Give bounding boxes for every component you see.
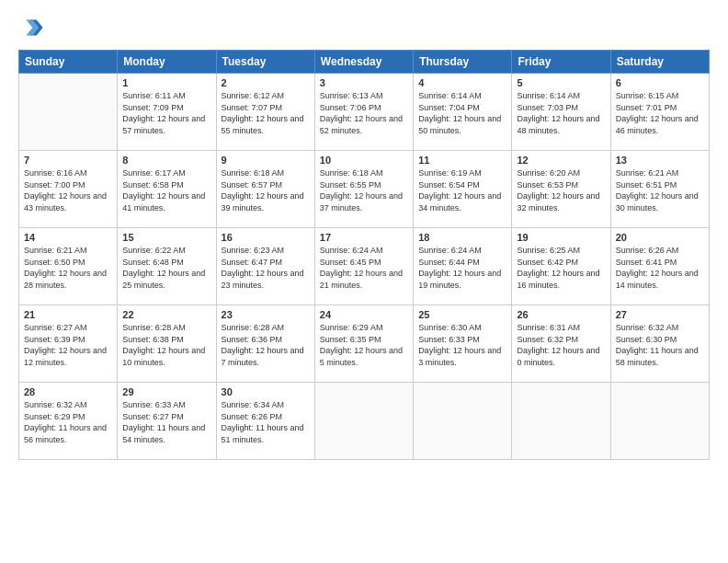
day-number: 7 <box>24 155 112 166</box>
cell-info: Sunrise: 6:21 AMSunset: 6:51 PMDaylight:… <box>616 167 704 213</box>
calendar-cell: 25Sunrise: 6:30 AMSunset: 6:33 PMDayligh… <box>414 305 512 383</box>
day-number: 5 <box>517 77 605 88</box>
day-number: 14 <box>24 232 112 243</box>
day-number: 6 <box>616 77 704 88</box>
calendar-week-row: 14Sunrise: 6:21 AMSunset: 6:50 PMDayligh… <box>19 228 710 305</box>
calendar-cell: 10Sunrise: 6:18 AMSunset: 6:55 PMDayligh… <box>314 151 413 228</box>
cell-info: Sunrise: 6:27 AMSunset: 6:39 PMDaylight:… <box>24 322 112 368</box>
cell-info: Sunrise: 6:18 AMSunset: 6:57 PMDaylight:… <box>222 167 310 213</box>
weekday-header: Monday <box>118 51 216 74</box>
cell-info: Sunrise: 6:14 AMSunset: 7:03 PMDaylight:… <box>517 90 605 136</box>
cell-info: Sunrise: 6:31 AMSunset: 6:32 PMDaylight:… <box>517 322 605 368</box>
cell-info: Sunrise: 6:21 AMSunset: 6:50 PMDaylight:… <box>24 245 112 291</box>
cell-info: Sunrise: 6:17 AMSunset: 6:58 PMDaylight:… <box>122 167 210 213</box>
day-number: 2 <box>222 77 310 88</box>
calendar-week-row: 7Sunrise: 6:16 AMSunset: 7:00 PMDaylight… <box>19 151 710 228</box>
calendar-header-row: SundayMondayTuesdayWednesdayThursdayFrid… <box>19 51 710 74</box>
calendar-cell: 16Sunrise: 6:23 AMSunset: 6:47 PMDayligh… <box>216 228 314 305</box>
weekday-header: Thursday <box>414 51 512 74</box>
calendar-cell: 8Sunrise: 6:17 AMSunset: 6:58 PMDaylight… <box>118 151 216 228</box>
day-number: 9 <box>222 155 310 166</box>
calendar-cell: 12Sunrise: 6:20 AMSunset: 6:53 PMDayligh… <box>512 151 610 228</box>
day-number: 12 <box>517 155 605 166</box>
calendar-cell <box>610 383 709 460</box>
calendar-cell: 17Sunrise: 6:24 AMSunset: 6:45 PMDayligh… <box>314 228 413 305</box>
cell-info: Sunrise: 6:30 AMSunset: 6:33 PMDaylight:… <box>418 322 506 368</box>
cell-info: Sunrise: 6:14 AMSunset: 7:04 PMDaylight:… <box>418 90 506 136</box>
calendar-cell: 14Sunrise: 6:21 AMSunset: 6:50 PMDayligh… <box>19 228 118 305</box>
calendar-cell: 19Sunrise: 6:25 AMSunset: 6:42 PMDayligh… <box>512 228 610 305</box>
cell-info: Sunrise: 6:19 AMSunset: 6:54 PMDaylight:… <box>418 167 506 213</box>
cell-info: Sunrise: 6:23 AMSunset: 6:47 PMDaylight:… <box>222 245 310 291</box>
day-number: 4 <box>418 77 506 88</box>
calendar-cell: 2Sunrise: 6:12 AMSunset: 7:07 PMDaylight… <box>216 74 314 151</box>
calendar-cell: 24Sunrise: 6:29 AMSunset: 6:35 PMDayligh… <box>314 305 413 383</box>
cell-info: Sunrise: 6:15 AMSunset: 7:01 PMDaylight:… <box>616 90 704 136</box>
calendar-cell: 21Sunrise: 6:27 AMSunset: 6:39 PMDayligh… <box>19 305 118 383</box>
cell-info: Sunrise: 6:11 AMSunset: 7:09 PMDaylight:… <box>122 90 210 136</box>
calendar-week-row: 28Sunrise: 6:32 AMSunset: 6:29 PMDayligh… <box>19 383 710 460</box>
cell-info: Sunrise: 6:34 AMSunset: 6:26 PMDaylight:… <box>222 399 310 445</box>
calendar-cell: 9Sunrise: 6:18 AMSunset: 6:57 PMDaylight… <box>216 151 314 228</box>
cell-info: Sunrise: 6:28 AMSunset: 6:36 PMDaylight:… <box>222 322 310 368</box>
day-number: 1 <box>122 77 210 88</box>
cell-info: Sunrise: 6:18 AMSunset: 6:55 PMDaylight:… <box>320 167 408 213</box>
day-number: 21 <box>24 309 112 320</box>
logo-icon <box>18 15 44 40</box>
day-number: 30 <box>222 386 310 397</box>
calendar-cell: 1Sunrise: 6:11 AMSunset: 7:09 PMDaylight… <box>118 74 216 151</box>
cell-info: Sunrise: 6:25 AMSunset: 6:42 PMDaylight:… <box>517 245 605 291</box>
weekday-header: Sunday <box>19 51 118 74</box>
day-number: 25 <box>418 309 506 320</box>
logo <box>18 15 48 40</box>
weekday-header: Friday <box>512 51 610 74</box>
calendar: SundayMondayTuesdayWednesdayThursdayFrid… <box>18 50 710 460</box>
calendar-cell: 7Sunrise: 6:16 AMSunset: 7:00 PMDaylight… <box>19 151 118 228</box>
cell-info: Sunrise: 6:24 AMSunset: 6:44 PMDaylight:… <box>418 245 506 291</box>
calendar-cell: 29Sunrise: 6:33 AMSunset: 6:27 PMDayligh… <box>118 383 216 460</box>
calendar-cell: 4Sunrise: 6:14 AMSunset: 7:04 PMDaylight… <box>414 74 512 151</box>
cell-info: Sunrise: 6:12 AMSunset: 7:07 PMDaylight:… <box>222 90 310 136</box>
day-number: 16 <box>222 232 310 243</box>
day-number: 29 <box>122 386 210 397</box>
calendar-cell: 11Sunrise: 6:19 AMSunset: 6:54 PMDayligh… <box>414 151 512 228</box>
day-number: 23 <box>222 309 310 320</box>
calendar-cell: 20Sunrise: 6:26 AMSunset: 6:41 PMDayligh… <box>610 228 709 305</box>
cell-info: Sunrise: 6:33 AMSunset: 6:27 PMDaylight:… <box>122 399 210 445</box>
cell-info: Sunrise: 6:22 AMSunset: 6:48 PMDaylight:… <box>122 245 210 291</box>
day-number: 19 <box>517 232 605 243</box>
day-number: 10 <box>320 155 408 166</box>
weekday-header: Wednesday <box>314 51 413 74</box>
calendar-cell: 15Sunrise: 6:22 AMSunset: 6:48 PMDayligh… <box>118 228 216 305</box>
weekday-header: Tuesday <box>216 51 314 74</box>
calendar-cell: 3Sunrise: 6:13 AMSunset: 7:06 PMDaylight… <box>314 74 413 151</box>
calendar-cell <box>314 383 413 460</box>
day-number: 11 <box>418 155 506 166</box>
day-number: 15 <box>122 232 210 243</box>
day-number: 20 <box>616 232 704 243</box>
calendar-week-row: 1Sunrise: 6:11 AMSunset: 7:09 PMDaylight… <box>19 74 710 151</box>
calendar-cell: 6Sunrise: 6:15 AMSunset: 7:01 PMDaylight… <box>610 74 709 151</box>
calendar-cell: 5Sunrise: 6:14 AMSunset: 7:03 PMDaylight… <box>512 74 610 151</box>
page: SundayMondayTuesdayWednesdayThursdayFrid… <box>0 0 728 563</box>
calendar-cell: 28Sunrise: 6:32 AMSunset: 6:29 PMDayligh… <box>19 383 118 460</box>
calendar-cell: 13Sunrise: 6:21 AMSunset: 6:51 PMDayligh… <box>610 151 709 228</box>
cell-info: Sunrise: 6:20 AMSunset: 6:53 PMDaylight:… <box>517 167 605 213</box>
calendar-cell <box>19 74 118 151</box>
calendar-cell <box>414 383 512 460</box>
day-number: 26 <box>517 309 605 320</box>
cell-info: Sunrise: 6:32 AMSunset: 6:30 PMDaylight:… <box>616 322 704 368</box>
cell-info: Sunrise: 6:24 AMSunset: 6:45 PMDaylight:… <box>320 245 408 291</box>
calendar-cell: 27Sunrise: 6:32 AMSunset: 6:30 PMDayligh… <box>610 305 709 383</box>
calendar-cell: 23Sunrise: 6:28 AMSunset: 6:36 PMDayligh… <box>216 305 314 383</box>
day-number: 3 <box>320 77 408 88</box>
calendar-week-row: 21Sunrise: 6:27 AMSunset: 6:39 PMDayligh… <box>19 305 710 383</box>
day-number: 13 <box>616 155 704 166</box>
day-number: 24 <box>320 309 408 320</box>
cell-info: Sunrise: 6:26 AMSunset: 6:41 PMDaylight:… <box>616 245 704 291</box>
calendar-cell: 30Sunrise: 6:34 AMSunset: 6:26 PMDayligh… <box>216 383 314 460</box>
cell-info: Sunrise: 6:32 AMSunset: 6:29 PMDaylight:… <box>24 399 112 445</box>
calendar-cell: 26Sunrise: 6:31 AMSunset: 6:32 PMDayligh… <box>512 305 610 383</box>
day-number: 8 <box>122 155 210 166</box>
day-number: 28 <box>24 386 112 397</box>
